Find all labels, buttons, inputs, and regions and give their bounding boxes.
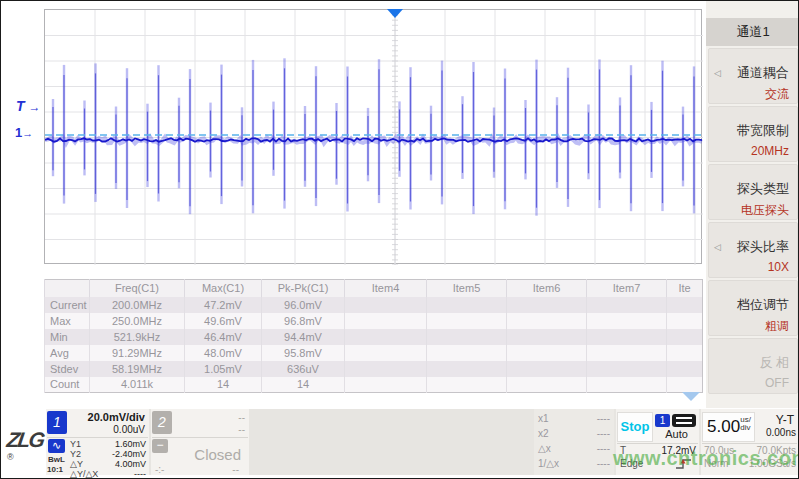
channel1-status-panel[interactable]: 1 20.0mV/div 0.00uV ∿ BwL 10:1 Y11.60mV … bbox=[46, 409, 149, 475]
ch2-ratio-readout: -:- bbox=[155, 464, 164, 475]
measurement-item-header[interactable]: Item7 bbox=[587, 280, 667, 297]
ac-coupling-icon: ∿ bbox=[48, 439, 65, 453]
trigger-type-label: Edge bbox=[620, 458, 643, 469]
ch2-extra-readout: -- bbox=[232, 464, 239, 475]
measurement-value-cell: 47.2mV bbox=[185, 297, 262, 313]
measurement-item-header[interactable]: Ite bbox=[667, 280, 703, 297]
sidebar-item-2[interactable]: 带宽限制20MHz bbox=[708, 106, 798, 162]
sidebar-item-4[interactable]: ◁探头比率10X bbox=[708, 222, 798, 278]
right-arrow-icon: → bbox=[28, 100, 40, 114]
trigger-position-marker-icon[interactable] bbox=[387, 9, 403, 18]
memory-depth: 70.0Kpts bbox=[757, 445, 796, 456]
ch2-closed-status: Closed bbox=[194, 446, 241, 463]
measurement-item-header[interactable]: Freq(C1) bbox=[90, 280, 185, 297]
channel1-badge: 1 bbox=[47, 411, 67, 434]
measurement-value-cell bbox=[587, 345, 667, 361]
measurement-value-cell bbox=[507, 345, 587, 361]
ch1-scale-readout: 20.0mV/div bbox=[88, 411, 145, 423]
measurement-value-cell bbox=[427, 297, 507, 313]
table-row: Count4.011k1414 bbox=[45, 377, 703, 393]
measurement-table: Freq(C1)Max(C1)Pk-Pk(C1)Item4Item5Item6I… bbox=[44, 279, 703, 393]
menu-item-label: 探头类型 bbox=[737, 180, 789, 198]
measurement-value-cell: 4.011k bbox=[90, 377, 185, 393]
measurement-value-cell bbox=[667, 377, 703, 393]
trigger-level-value: 17.2mV bbox=[662, 445, 696, 456]
measurement-item-header[interactable]: Max(C1) bbox=[185, 280, 262, 297]
run-stop-state[interactable]: Stop bbox=[617, 412, 653, 442]
channel2-status-panel[interactable]: 2 -- -- − Closed -:- -- bbox=[151, 409, 249, 475]
measurement-item-header[interactable]: Item6 bbox=[507, 280, 587, 297]
cursor-dydx-row: △Y/△X---- bbox=[70, 469, 146, 479]
stat-row-label: Current bbox=[45, 297, 90, 313]
measurement-value-cell bbox=[587, 377, 667, 393]
waveform-plot[interactable] bbox=[44, 9, 702, 264]
table-row: Min521.9kHz46.4mV94.4mV bbox=[45, 329, 703, 345]
stat-row-label: Count bbox=[45, 377, 90, 393]
menu-item-label: 通道耦合 bbox=[737, 64, 789, 82]
table-row: Avg91.29MHz48.0mV95.8mV bbox=[45, 345, 703, 361]
cursor-dx-row: △x---- bbox=[538, 443, 610, 454]
measurement-value-cell bbox=[667, 297, 703, 313]
menu-item-value: 交流 bbox=[765, 86, 789, 103]
sidebar-item-6: 反 相OFF bbox=[708, 338, 798, 394]
menu-item-label: 档位调节 bbox=[737, 296, 789, 314]
cursor-inv-dx-row: 1/△x---- bbox=[538, 458, 610, 469]
measurement-value-cell bbox=[587, 329, 667, 345]
table-row: Max250.0MHz49.6mV96.8mV bbox=[45, 313, 703, 329]
measurement-item-header[interactable]: Item5 bbox=[427, 280, 507, 297]
trigger-status-panel: Stop 1 Auto T 17.2mV Edge bbox=[616, 409, 699, 475]
sidebar-item-5[interactable]: 档位调节粗调 bbox=[708, 280, 798, 336]
ch2-minus-badge: − bbox=[152, 439, 168, 453]
stat-row-label: Stdev bbox=[45, 361, 90, 377]
measurement-value-cell: 48.0mV bbox=[185, 345, 262, 361]
cursor-dy-row: △Y4.00mV bbox=[70, 459, 146, 469]
measurement-value-cell bbox=[345, 361, 427, 377]
measurement-value-cell bbox=[345, 329, 427, 345]
measurement-value-cell: 95.8mV bbox=[262, 345, 345, 361]
measurement-value-cell bbox=[587, 361, 667, 377]
measurement-value-cell: 49.6mV bbox=[185, 313, 262, 329]
probe-ratio-flag: 10:1 bbox=[47, 465, 63, 474]
timebase-unit: us/div bbox=[740, 416, 751, 432]
measurement-value-cell bbox=[345, 297, 427, 313]
menu-item-value: OFF bbox=[765, 376, 789, 390]
menu-item-value: 20MHz bbox=[751, 144, 789, 158]
measurement-value-cell bbox=[427, 377, 507, 393]
measurement-value-cell bbox=[507, 377, 587, 393]
measurement-value-cell bbox=[667, 329, 703, 345]
menu-item-label: 探头比率 bbox=[737, 238, 789, 256]
measurement-header-row: Freq(C1)Max(C1)Pk-Pk(C1)Item4Item5Item6I… bbox=[45, 280, 703, 297]
table-row: Stdev58.19MHz1.05mV636uV bbox=[45, 361, 703, 377]
trigger-mode[interactable]: Auto bbox=[654, 428, 699, 440]
measurement-value-cell: 94.4mV bbox=[262, 329, 345, 345]
sidebar-item-1[interactable]: ◁通道耦合交流 bbox=[708, 48, 798, 104]
measurement-value-cell bbox=[427, 329, 507, 345]
cursor-readout-panel: x1---- x2---- △x---- 1/△x---- bbox=[534, 409, 614, 475]
status-bar: ZLG® 1 20.0mV/div 0.00uV ∿ BwL 10:1 Y11.… bbox=[1, 408, 799, 478]
measurement-item-header[interactable]: Pk-Pk(C1) bbox=[262, 280, 345, 297]
channel1-ground-marker[interactable]: 1→ bbox=[15, 125, 33, 140]
sidebar-item-3[interactable]: 探头类型电压探头 bbox=[708, 164, 798, 220]
table-scroll-down-icon[interactable] bbox=[682, 392, 700, 401]
cursor-y2-row: Y2-2.40mV bbox=[70, 449, 146, 459]
waveform-svg bbox=[45, 10, 703, 265]
measurement-value-cell bbox=[667, 345, 703, 361]
bandwidth-limit-flag: BwL bbox=[48, 455, 65, 464]
timebase-scale[interactable]: 5.00 us/div bbox=[702, 412, 755, 442]
cursor-x1-row: x1---- bbox=[538, 413, 610, 424]
sample-rate: 1.00GSa/s bbox=[749, 458, 796, 469]
stat-row-label: Max bbox=[45, 313, 90, 329]
measurement-value-cell: 91.29MHz bbox=[90, 345, 185, 361]
stat-row-label: Avg bbox=[45, 345, 90, 361]
measurement-value-cell bbox=[587, 297, 667, 313]
menu-item-value: 电压探头 bbox=[741, 202, 789, 219]
submenu-left-arrow-icon: ◁ bbox=[714, 242, 721, 252]
cursor-y1-row: Y11.60mV bbox=[70, 439, 146, 449]
trigger-coupling-dc-icon bbox=[672, 414, 696, 427]
measurement-value-cell bbox=[427, 345, 507, 361]
measurement-item-header[interactable]: Item4 bbox=[345, 280, 427, 297]
trigger-level-marker[interactable]: T → bbox=[16, 98, 40, 114]
measurement-value-cell: 46.4mV bbox=[185, 329, 262, 345]
measurement-value-cell: 636uV bbox=[262, 361, 345, 377]
measurement-value-cell: 200.0MHz bbox=[90, 297, 185, 313]
